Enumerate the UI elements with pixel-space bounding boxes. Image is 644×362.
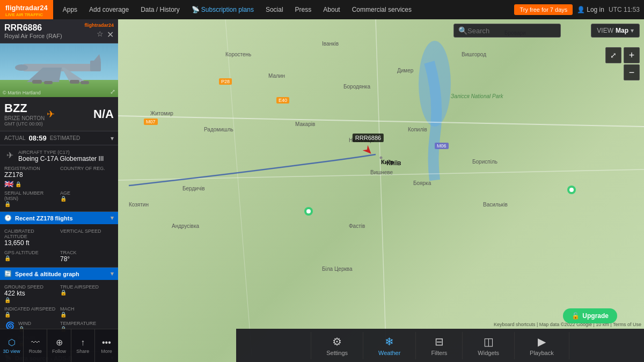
nav-commercial[interactable]: Commercial services <box>347 0 417 19</box>
search-input[interactable] <box>467 27 543 35</box>
kyiv-marker: Київ <box>381 158 393 165</box>
recent-flights-icon: 🕐 <box>4 215 12 221</box>
speed-graph-chevron: ▾ <box>111 270 114 277</box>
svg-rect-20 <box>70 80 79 84</box>
search-icon: 🔍 <box>458 26 467 35</box>
ground-speed-value: 422 kts <box>4 290 58 297</box>
nav-apps[interactable]: Apps <box>57 0 83 19</box>
recent-flights-header[interactable]: 🕐 Recent ZZ178 flights ▾ <box>0 212 118 224</box>
nav-press[interactable]: Press <box>290 0 317 19</box>
bottom-toolbar: ⚙ Settings ❄ Weather ⊟ Filters ◫ Widgets… <box>236 329 644 362</box>
bnav-3d-view[interactable]: ⬡ 3D view <box>0 329 24 362</box>
bnav-more[interactable]: ••• More <box>95 329 118 362</box>
map-background: Коростень Малин Іванків Бородянка Димер … <box>118 19 644 362</box>
try-free-button[interactable]: Try free for 7 days <box>514 4 573 15</box>
age-col: AGE 🔒 <box>60 190 114 207</box>
speed-row: GROUND SPEED 422 kts 🔒 TRUE AIRSPEED 🔒 <box>4 284 114 303</box>
close-icon[interactable]: ✕ <box>107 29 114 40</box>
true-airspeed-col: TRUE AIRSPEED 🔒 <box>60 284 114 303</box>
nav-data-history[interactable]: Data / History <box>135 0 185 19</box>
photo-credit: © Martin Hartland <box>3 90 41 95</box>
serial-col: SERIAL NUMBER (MSN) 🔒 <box>4 190 58 207</box>
header-actions: ☆ ✕ <box>97 29 114 40</box>
nav-items: Apps Add coverage Data / History 📡 Subsc… <box>53 0 515 19</box>
mach-col: MACH 🔒 <box>60 306 114 317</box>
registration-row: REGISTRATION ZZ178 🇬🇧 🔒 COUNTRY OF REG. <box>4 166 114 188</box>
ias-col: INDICATED AIRSPEED 🔒 <box>4 306 58 317</box>
aircraft-icon <box>363 145 374 156</box>
svg-rect-14 <box>90 61 101 71</box>
user-icon: 👤 <box>577 6 585 13</box>
toolbar-widgets[interactable]: ◫ Widgets <box>463 332 515 359</box>
vert-speed-label: VERTICAL SPEED <box>60 228 114 234</box>
photo-expand-icon[interactable]: ⤢ <box>110 88 115 95</box>
fullscreen-button[interactable]: ⤢ <box>605 47 621 63</box>
speed-graph-header[interactable]: 🔄 Speed & altitude graph ▾ <box>0 268 118 280</box>
view-map-button[interactable]: VIEW Map ▾ <box>591 24 640 38</box>
origin-code: BZZ <box>4 101 45 115</box>
cal-alt-value: 13,650 ft <box>4 239 58 247</box>
toolbar-playback[interactable]: ▶ Playback <box>515 332 569 359</box>
route-arrow-icon: ✈ <box>47 108 55 120</box>
login-button[interactable]: 👤 Log in <box>577 6 604 13</box>
road-p28: Р28 <box>219 78 232 85</box>
gps-alt-col: GPS ALTITUDE 🔒 <box>4 250 58 263</box>
map-container[interactable]: Коростень Малин Іванків Бородянка Димер … <box>118 19 644 362</box>
road-m06: М06 <box>435 143 449 149</box>
lock-icon-3: 🔒 <box>60 196 114 202</box>
svg-line-3 <box>225 19 252 362</box>
flight-airline: Royal Air Force (RAF) <box>4 33 62 39</box>
origin-name: BRIZE NORTON <box>4 115 45 121</box>
lock-icon-8: 🔒 <box>60 312 114 317</box>
track-value: 78° <box>60 255 114 263</box>
logo[interactable]: flightradar24 LIVE AIR TRAFFIC <box>0 0 53 19</box>
lock-icon-2: 🔒 <box>4 201 58 207</box>
lock-icon-5: 🔒 <box>4 297 58 303</box>
aircraft-marker[interactable]: RRR6886 <box>363 145 374 158</box>
lock-icon-1: 🔒 <box>15 181 21 187</box>
more-icon: ••• <box>102 338 111 348</box>
toolbar-filters[interactable]: ⊟ Filters <box>416 332 463 359</box>
filter-icon: ⊟ <box>435 335 444 348</box>
nav-subscription[interactable]: 📡 Subscription plans <box>186 0 259 19</box>
aircraft-photo-svg <box>0 43 118 97</box>
star-icon[interactable]: ☆ <box>97 29 104 40</box>
svg-point-13 <box>15 64 28 71</box>
chevron-down-icon: ▾ <box>631 27 634 34</box>
toolbar-settings[interactable]: ⚙ Settings <box>311 332 363 359</box>
speed-icon: 🔄 <box>4 270 12 277</box>
true-airspeed-label: TRUE AIRSPEED <box>60 284 114 290</box>
bottom-nav: ⬡ 3D view 〰 Route ⊕ Follow ↑ Share ••• M… <box>0 329 118 362</box>
svg-point-8 <box>569 188 574 192</box>
kyiv-dot <box>380 157 383 159</box>
toolbar-weather[interactable]: ❄ Weather <box>363 332 416 359</box>
cal-alt-label: CALIBRATED ALTITUDE <box>4 228 58 239</box>
dest-code: N/A <box>93 107 114 121</box>
nav-add-coverage[interactable]: Add coverage <box>84 0 134 19</box>
map-controls: + − <box>624 47 640 80</box>
actual-label: ACTUAL <box>4 135 25 141</box>
gps-alt-label: GPS ALTITUDE <box>4 250 58 255</box>
bnav-route[interactable]: 〰 Route <box>24 329 47 362</box>
search-bar[interactable]: 🔍 <box>453 24 561 38</box>
aircraft-type-icon: ✈ <box>4 150 15 160</box>
nav-social[interactable]: Social <box>260 0 289 19</box>
aircraft-type-value: Boeing C-17A Globemaster III <box>18 155 114 162</box>
lock-icon-6: 🔒 <box>60 290 114 295</box>
bnav-share[interactable]: ↑ Share <box>71 329 95 362</box>
upgrade-button[interactable]: 🔓 Upgrade <box>563 308 617 323</box>
kyiv-label: Київ <box>381 159 393 165</box>
road-e40: Е40 <box>276 97 289 104</box>
svg-rect-19 <box>44 81 53 84</box>
time-chevron-icon[interactable]: ▾ <box>111 135 114 142</box>
route-display: BZZ BRIZE NORTON GMT (UTC 00:00) ✈ N/A <box>0 97 118 131</box>
zoom-in-button[interactable]: + <box>624 47 640 63</box>
bnav-follow[interactable]: ⊕ Follow <box>47 329 71 362</box>
estimated-label: ESTIMATED <box>50 135 80 141</box>
ground-speed-col: GROUND SPEED 422 kts 🔒 <box>4 284 58 303</box>
age-label: AGE <box>60 190 114 196</box>
nav-about[interactable]: About <box>318 0 345 19</box>
weather-icon: ❄ <box>385 335 394 348</box>
zoom-out-button[interactable]: − <box>624 64 640 80</box>
temperature-label: TEMPERATURE <box>60 321 114 326</box>
